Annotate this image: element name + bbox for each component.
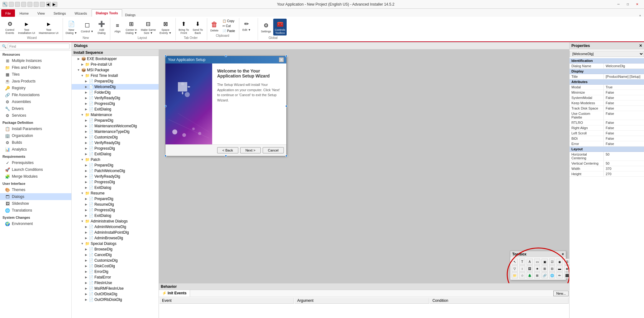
sel-handle-top-right[interactable] — [285, 55, 287, 57]
sidebar-item-merge-modules[interactable]: 🧩 Merge Modules — [0, 173, 71, 180]
toolbox-group-tool[interactable]: ⊞ — [541, 265, 548, 272]
properties-close-button[interactable]: ✕ — [639, 44, 642, 48]
tree-exit-dialog-1[interactable]: ▶ 📄 ExitDialog — [72, 106, 159, 112]
tree-error-dlg[interactable]: ▶ 📄 ErrorDlg — [72, 269, 159, 274]
tree-exit-dialog-p[interactable]: ▶ 📄 ExitDialog — [72, 185, 159, 190]
tree-special-dialogs[interactable]: ▼ 📁 Special Dialogs — [72, 241, 159, 246]
sel-handle-bottom-center[interactable] — [225, 155, 227, 157]
tree-admin-welcome-dlg[interactable]: ▶ 📄 AdminWelcomeDlg — [72, 224, 159, 230]
tree-progress-dlg-m[interactable]: ▶ 📄 ProgressDlg — [72, 146, 159, 151]
new-event-button[interactable]: New... — [553, 291, 569, 296]
sidebar-item-install-parameters[interactable]: 📋 Install Parameters — [0, 125, 71, 132]
tab-settings[interactable]: Settings — [50, 9, 70, 17]
toolbox-dir-tool[interactable]: 📁 — [512, 272, 518, 278]
tree-customize-dlg-m[interactable]: ▶ 📄 CustomizeDlg — [72, 134, 159, 140]
toolbox-checkbox-tool[interactable]: ☑ — [549, 259, 555, 265]
close-button[interactable]: ✕ — [633, 1, 642, 7]
toolbox-close-button[interactable]: × — [562, 252, 564, 256]
search-input[interactable] — [8, 44, 69, 49]
tree-customize-dlg[interactable]: ▶ 📄 CustomizeDlg — [72, 258, 159, 263]
toolbox-image-tool[interactable]: 🖼 — [527, 265, 533, 272]
minimize-button[interactable]: ─ — [614, 1, 623, 7]
tree-patch[interactable]: ▼ 📁 Patch — [72, 157, 159, 162]
add-dialog-button[interactable]: ➕ AddDialog — [96, 19, 107, 35]
control-events-button[interactable]: ⚙ ControlEvents — [4, 19, 16, 35]
tree-exit-dialog-r[interactable]: ▶ 📄 ExitDialog — [72, 213, 159, 218]
quick-access-4[interactable] — [27, 2, 32, 7]
toolbox-rect-tool[interactable]: ▭ — [534, 259, 540, 265]
dialog-close-button[interactable]: ✕ — [279, 57, 284, 62]
sidebar-item-environment[interactable]: 🌍 Environment — [0, 220, 71, 227]
tree-admin-dialogs[interactable]: ▼ 📁 Administrative Dialogs — [72, 218, 159, 224]
quick-access-3[interactable] — [21, 2, 26, 7]
sidebar-item-organization[interactable]: 🏢 Organization — [0, 132, 71, 139]
tree-verify-ready-dlg-m[interactable]: ▶ 📄 VerifyReadyDlg — [72, 140, 159, 146]
toolbox-edit-tool[interactable]: A — [527, 259, 533, 265]
maximize-button[interactable]: □ — [623, 1, 632, 7]
back-button[interactable]: < Back — [217, 147, 238, 153]
tree-prepare-dlg-1[interactable]: ▶ 📄 PrepareDlg — [72, 78, 159, 84]
tree-progress-dlg-1[interactable]: ▶ 📄 ProgressDlg — [72, 101, 159, 106]
toolbox-list-tool[interactable]: ☰ — [564, 259, 569, 265]
center-dialog-button[interactable]: ⊞ Center inDialog ▼ — [124, 19, 139, 35]
toolbox-tree-tool[interactable]: 🌲 — [527, 272, 533, 278]
toolbox-grid-tool[interactable]: ⊞ — [534, 272, 540, 278]
sidebar-item-dialogs[interactable]: 🗔 Dialogs — [0, 193, 71, 200]
send-to-back-button[interactable]: ⬇ Send ToBack — [191, 19, 204, 35]
control-button[interactable]: ☐ Control ▼ — [79, 20, 95, 34]
paste-button[interactable]: 📄 Paste — [221, 29, 236, 33]
sidebar-item-tiles[interactable]: ▦ Tiles — [0, 71, 71, 78]
tree-progress-dlg-r[interactable]: ▶ 📄 ProgressDlg — [72, 207, 159, 213]
toolbox-combo-tool[interactable]: ▽ — [512, 265, 518, 272]
quick-access-arrow-right[interactable]: ▶ — [52, 2, 57, 7]
tree-prepare-dlg-p[interactable]: ▶ 📄 PrepareDlg — [72, 162, 159, 168]
tree-prepare-dlg-r[interactable]: ▶ 📄 PrepareDlg — [72, 196, 159, 202]
tree-folder-dlg[interactable]: ▶ 📄 FolderDlg — [72, 90, 159, 95]
properties-dropdown[interactable]: [WelcomeDlg] — [570, 51, 644, 57]
toolbox-radio-tool[interactable]: ◉ — [556, 259, 563, 265]
sel-handle-mid-left[interactable] — [165, 105, 166, 107]
tree-out-of-rb-disk-dlg[interactable]: ▶ 📄 OutOfRbDiskDlg — [72, 297, 159, 302]
sidebar-item-builds[interactable]: ⚙ Builds — [0, 139, 71, 146]
test-maintenance-button[interactable]: ▶ TestMaintenance UI — [37, 19, 60, 35]
sidebar-item-slideshow[interactable]: 🖼 Slideshow — [0, 200, 71, 207]
sel-handle-mid-right[interactable] — [285, 105, 287, 107]
tree-files-in-use[interactable]: ▶ 📄 FilesInUse — [72, 280, 159, 286]
sidebar-item-launch-conditions[interactable]: 🚀 Launch Conditions — [0, 166, 71, 173]
make-same-size-button[interactable]: ⊟ Make SameSize ▼ — [139, 19, 157, 35]
toolbox-vol-tool[interactable]: ◈ — [564, 265, 569, 272]
tree-msi-package[interactable]: ▼ 📦 MSI Package — [72, 67, 159, 73]
align-button[interactable]: ≡ Align — [112, 20, 123, 34]
sidebar-item-prerequisites[interactable]: ✓ Prerequisites — [0, 159, 71, 166]
cancel-button[interactable]: Cancel — [263, 147, 284, 153]
sidebar-item-file-associations[interactable]: 🔗 File Associations — [0, 91, 71, 98]
sidebar-item-translations[interactable]: 🌐 Translations — [0, 207, 71, 214]
sidebar-item-java-products[interactable]: ☕ Java Products — [0, 78, 71, 85]
tree-verify-ready-dlg-p[interactable]: ▶ 📄 VerifyReadyDlg — [72, 174, 159, 179]
sidebar-item-services[interactable]: ⚙ Services — [0, 112, 71, 119]
tree-exe-bootstrapper[interactable]: ▶ 📦 EXE Bootstrapper — [72, 56, 159, 62]
tree-out-of-disk-dlg[interactable]: ▶ 📄 OutOfDiskDlg — [72, 291, 159, 297]
next-button[interactable]: Next > — [240, 147, 261, 153]
bring-to-front-button[interactable]: ⬆ Bring ToFront — [177, 19, 190, 35]
tree-progress-dlg-p[interactable]: ▶ 📄 ProgressDlg — [72, 179, 159, 185]
tree-resume-dlg[interactable]: ▶ 📄 ResumeDlg — [72, 202, 159, 207]
sidebar-item-analytics[interactable]: 📊 Analytics — [0, 146, 71, 153]
tab-view[interactable]: View — [33, 9, 49, 17]
sidebar-item-registry[interactable]: 🔑 Registry — [0, 85, 71, 91]
ribbon-collapse[interactable]: ▲ — [639, 14, 643, 17]
tab-dialogs[interactable]: Dialogs Tools — [92, 9, 122, 17]
test-installation-button[interactable]: ▶ TestInstallation UI — [17, 19, 37, 35]
tree-admin-browse-dlg[interactable]: ▶ 📄 AdminBrowseDlg — [72, 235, 159, 241]
controls-toolbox-button[interactable]: 🧰 ControlsToolbox — [273, 19, 287, 35]
toolbox-path-edit-tool[interactable]: ✏ — [556, 272, 563, 278]
sidebar-item-themes[interactable]: 🎨 Themes — [0, 186, 71, 193]
toolbox-text-tool[interactable]: T — [519, 259, 525, 265]
toolbox-syslink-tool[interactable]: 🔗 — [541, 272, 548, 278]
toolbox-cursor-tool[interactable]: ↖ — [512, 259, 518, 265]
tree-maintenance-type-dlg[interactable]: ▶ 📄 MaintenanceTypeDlg — [72, 129, 159, 134]
toolbox-tab-tool[interactable]: ⊟ — [549, 265, 555, 272]
space-evenly-button[interactable]: ⊠ SpaceEvenly ▼ — [158, 19, 173, 35]
sidebar-item-assemblies[interactable]: ⚙ Assemblies — [0, 98, 71, 105]
quick-access-5[interactable] — [34, 2, 39, 7]
